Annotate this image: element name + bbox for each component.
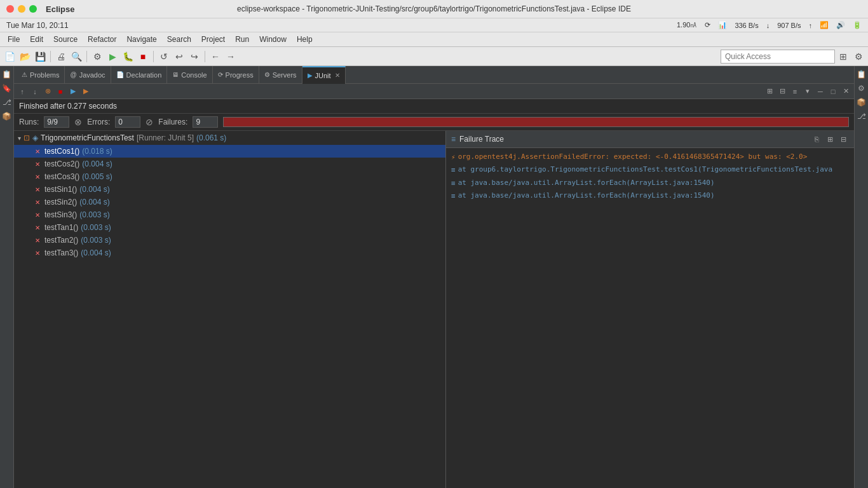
- tab-servers[interactable]: ⚙ Servers: [259, 66, 302, 84]
- sidebar-icon-package[interactable]: 📦: [1, 111, 13, 122]
- open-button[interactable]: 📂: [18, 50, 32, 64]
- menu-file[interactable]: File: [3, 34, 25, 45]
- mac-close-button[interactable]: [6, 5, 14, 13]
- mac-maximize-button[interactable]: [29, 5, 37, 13]
- print-button[interactable]: 🖨: [54, 50, 68, 64]
- trace-stack-icon-2: ≡: [451, 179, 456, 188]
- errors-value: 0: [115, 116, 140, 128]
- new-button[interactable]: 📄: [3, 50, 17, 64]
- mac-window-controls[interactable]: [6, 5, 37, 13]
- redo-button[interactable]: ↪: [187, 50, 201, 64]
- tab-junit-close[interactable]: ✕: [335, 72, 340, 79]
- junit-layout[interactable]: ≡: [789, 86, 801, 97]
- test-item-4[interactable]: ✕ testSin2() (0.004 s): [14, 196, 445, 208]
- refresh-button[interactable]: ↺: [157, 50, 171, 64]
- tab-junit[interactable]: ▶ JUnit ✕: [302, 66, 346, 84]
- settings-button[interactable]: ⚙: [851, 50, 865, 64]
- test-item-5[interactable]: ✕ testSin3() (0.003 s): [14, 208, 445, 221]
- tab-declaration[interactable]: 📄 Declaration: [111, 66, 168, 84]
- trace-copy-button[interactable]: ⎘: [811, 133, 822, 145]
- menu-refactor[interactable]: Refactor: [83, 34, 121, 45]
- right-icon-1[interactable]: 📋: [856, 69, 867, 80]
- trace-expand-button[interactable]: ⊞: [824, 133, 836, 145]
- save-button[interactable]: 💾: [33, 50, 47, 64]
- errors-icon: ⊗: [74, 117, 82, 127]
- junit-rerun-failed[interactable]: ▶: [80, 86, 92, 97]
- mac-minimize-button[interactable]: [18, 5, 25, 13]
- run-button[interactable]: ▶: [105, 50, 119, 64]
- right-icon-3[interactable]: 📦: [856, 97, 867, 108]
- junit-expand[interactable]: ⊞: [764, 86, 775, 97]
- tab-console[interactable]: 🖥 Console: [167, 66, 212, 84]
- menu-window[interactable]: Window: [254, 34, 292, 45]
- failure-trace-header: ≡ Failure Trace ⎘ ⊞ ⊟: [446, 131, 854, 148]
- sidebar-icon-tasks[interactable]: 📋: [1, 69, 13, 80]
- failures-label: Failures:: [158, 118, 187, 126]
- tree-root-time: (0.061 s): [196, 133, 226, 142]
- test-item-8[interactable]: ✕ testTan3() (0.004 s): [14, 247, 445, 259]
- tab-problems[interactable]: ⚠ Problems: [17, 66, 65, 84]
- junit-close[interactable]: ✕: [840, 86, 851, 97]
- test-time-0: (0.018 s): [82, 147, 112, 156]
- tab-javadoc[interactable]: @ Javadoc: [65, 66, 111, 84]
- menu-help[interactable]: Help: [292, 34, 318, 45]
- build-button[interactable]: ⚙: [90, 50, 104, 64]
- sidebar-icon-git[interactable]: ⎇: [1, 97, 13, 108]
- search-button[interactable]: 🔍: [69, 50, 83, 64]
- network-activity-icon: ⟳: [705, 21, 710, 29]
- test-item-7[interactable]: ✕ testTan2() (0.003 s): [14, 234, 445, 247]
- junit-navigate-prev[interactable]: ↑: [17, 86, 28, 97]
- stats-row: Runs: 9/9 ⊗ Errors: 0 ⊘ Failures: 9: [14, 114, 854, 131]
- junit-rerun[interactable]: ▶: [67, 86, 79, 97]
- right-icon-2[interactable]: ⚙: [856, 83, 867, 94]
- junit-maximize[interactable]: □: [827, 86, 839, 97]
- failure-trace-toolbar: ⎘ ⊞ ⊟: [811, 133, 849, 145]
- sidebar-icon-bookmarks[interactable]: 🔖: [1, 83, 13, 94]
- toolbar-sep-1: [50, 51, 51, 62]
- test-fail-icon-6: ✕: [33, 223, 42, 232]
- test-item-1[interactable]: ✕ testCos2() (0.004 s): [14, 158, 445, 170]
- next-button[interactable]: →: [224, 50, 238, 64]
- test-time-8: (0.004 s): [81, 248, 111, 257]
- menu-run[interactable]: Run: [230, 34, 254, 45]
- junit-navigate-next[interactable]: ↓: [29, 86, 41, 97]
- problems-tab-icon: ⚠: [22, 71, 27, 78]
- test-name-2: testCos3(): [44, 172, 79, 181]
- stop-button[interactable]: ■: [136, 50, 150, 64]
- junit-minimize[interactable]: ─: [815, 86, 826, 97]
- test-time-2: (0.005 s): [82, 172, 112, 181]
- junit-collapse[interactable]: ⊟: [776, 86, 788, 97]
- tree-root-icon: ⊡: [24, 133, 30, 142]
- tree-root-toggle[interactable]: [18, 135, 21, 142]
- menu-search[interactable]: Search: [162, 34, 196, 45]
- test-fail-icon-5: ✕: [33, 210, 42, 219]
- test-item-6[interactable]: ✕ testTan1() (0.003 s): [14, 221, 445, 234]
- tab-progress[interactable]: ⟳ Progress: [213, 66, 259, 84]
- trace-filter-button[interactable]: ⊟: [837, 133, 849, 145]
- junit-history[interactable]: ▾: [802, 86, 813, 97]
- menu-source[interactable]: Source: [48, 34, 83, 45]
- junit-show-failures[interactable]: ⊗: [42, 86, 53, 97]
- menu-project[interactable]: Project: [196, 34, 230, 45]
- test-item-3[interactable]: ✕ testSin1() (0.004 s): [14, 183, 445, 196]
- undo-button[interactable]: ↩: [172, 50, 186, 64]
- menu-edit[interactable]: Edit: [25, 34, 48, 45]
- trace-error-icon-0: ⚡: [451, 152, 456, 162]
- tree-root-node[interactable]: ⊡ ◈ TrigonometricFunctionsTest [Runner: …: [14, 131, 445, 145]
- junit-tab-icon: ▶: [308, 72, 313, 79]
- prev-button[interactable]: ←: [208, 50, 222, 64]
- test-item-0[interactable]: ✕ testCos1() (0.018 s): [14, 145, 445, 158]
- junit-stop[interactable]: ■: [55, 86, 66, 97]
- test-name-4: testSin2(): [44, 198, 77, 207]
- quick-access-input[interactable]: [721, 50, 835, 64]
- perspective-button[interactable]: ⊞: [836, 50, 850, 64]
- toolbar-sep-2: [86, 51, 87, 62]
- debug-button[interactable]: 🐛: [121, 50, 135, 64]
- trace-line-3: ≡ at java.base/java.util.ArrayList.forEa…: [451, 189, 849, 202]
- test-item-2[interactable]: ✕ testCos3() (0.005 s): [14, 170, 445, 183]
- trace-line-1: ≡ at group6.taylortrigo.TrigonometricFun…: [451, 163, 849, 176]
- right-icon-4[interactable]: ⎇: [856, 111, 867, 122]
- test-time-3: (0.004 s): [79, 185, 109, 194]
- menu-navigate[interactable]: Navigate: [121, 34, 161, 45]
- junit-panel: ↑ ↓ ⊗ ■ ▶ ▶ ⊞ ⊟ ≡ ▾ ─ □ ✕ Finished after…: [14, 84, 854, 488]
